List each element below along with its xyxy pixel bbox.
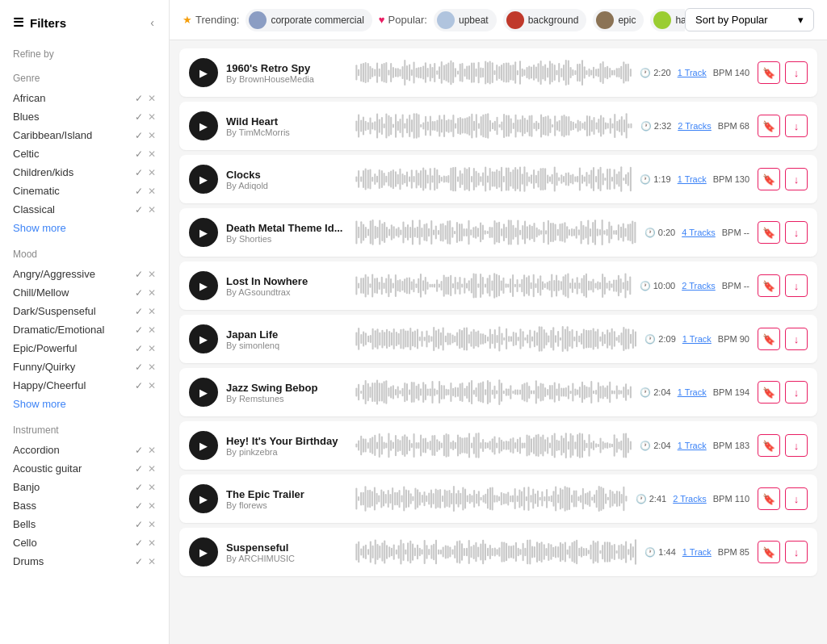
filter-happy[interactable]: Happy/Cheerful ✓ ✕: [0, 376, 169, 395]
waveform[interactable]: [355, 429, 632, 462]
play-button[interactable]: ▶: [189, 111, 218, 140]
filter-african[interactable]: African ✓ ✕: [0, 89, 169, 107]
genre-show-more[interactable]: Show more: [0, 219, 169, 240]
bookmark-button[interactable]: 🔖: [758, 221, 780, 244]
filter-caribbean[interactable]: Caribbean/Island ✓ ✕: [0, 126, 169, 144]
download-button[interactable]: ↓: [785, 115, 808, 137]
play-button[interactable]: ▶: [189, 378, 218, 407]
download-button[interactable]: ↓: [785, 168, 808, 190]
funny-x-icon[interactable]: ✕: [148, 362, 156, 373]
play-button[interactable]: ▶: [189, 324, 218, 353]
waveform[interactable]: [355, 270, 632, 302]
bookmark-button[interactable]: 🔖: [758, 434, 780, 457]
bookmark-button[interactable]: 🔖: [758, 274, 780, 297]
chill-x-icon[interactable]: ✕: [148, 287, 156, 299]
popular-tag-happy[interactable]: happy: [650, 9, 685, 31]
banjo-x-icon[interactable]: ✕: [148, 482, 156, 493]
filter-children[interactable]: Children/kids ✓ ✕: [0, 163, 169, 182]
download-button[interactable]: ↓: [785, 541, 808, 563]
bookmark-button[interactable]: 🔖: [758, 381, 780, 404]
track-tracks-link[interactable]: 1 Track: [682, 547, 712, 557]
bookmark-button[interactable]: 🔖: [758, 115, 780, 137]
play-button[interactable]: ▶: [189, 271, 218, 300]
bookmark-button[interactable]: 🔖: [758, 541, 780, 563]
collapse-sidebar-button[interactable]: ‹: [149, 15, 156, 31]
popular-tag-epic[interactable]: epic: [593, 9, 644, 31]
celtic-x-icon[interactable]: ✕: [148, 148, 156, 160]
filter-epic[interactable]: Epic/Powerful ✓ ✕: [0, 339, 169, 358]
track-tracks-link[interactable]: 2 Tracks: [673, 494, 707, 504]
play-button[interactable]: ▶: [189, 537, 218, 567]
filter-drums[interactable]: Drums ✓ ✕: [0, 552, 169, 571]
download-button[interactable]: ↓: [785, 328, 808, 350]
acoustic-x-icon[interactable]: ✕: [148, 463, 156, 475]
waveform[interactable]: [355, 110, 632, 142]
bookmark-button[interactable]: 🔖: [758, 168, 780, 190]
filter-banjo[interactable]: Banjo ✓ ✕: [0, 478, 169, 496]
download-button[interactable]: ↓: [785, 381, 808, 404]
track-tracks-link[interactable]: 2 Tracks: [678, 121, 712, 131]
filter-funny[interactable]: Funny/Quirky ✓ ✕: [0, 358, 169, 376]
happy-x-icon[interactable]: ✕: [148, 380, 156, 391]
track-tracks-link[interactable]: 1 Track: [678, 68, 707, 77]
caribbean-x-icon[interactable]: ✕: [148, 130, 156, 141]
filter-dramatic[interactable]: Dramatic/Emotional ✓ ✕: [0, 320, 169, 339]
filter-cinematic[interactable]: Cinematic ✓ ✕: [0, 182, 169, 200]
play-button[interactable]: ▶: [189, 58, 218, 87]
waveform[interactable]: [355, 163, 632, 195]
filter-cello[interactable]: Cello ✓ ✕: [0, 533, 169, 552]
bookmark-button[interactable]: 🔖: [758, 328, 780, 350]
play-button[interactable]: ▶: [189, 431, 218, 460]
popular-tag-background[interactable]: background: [503, 9, 587, 31]
filter-dark[interactable]: Dark/Suspenseful ✓ ✕: [0, 302, 169, 320]
download-button[interactable]: ↓: [785, 434, 808, 457]
download-button[interactable]: ↓: [785, 221, 808, 244]
bookmark-button[interactable]: 🔖: [758, 487, 780, 510]
track-tracks-link[interactable]: 1 Track: [682, 334, 712, 344]
play-button[interactable]: ▶: [189, 484, 218, 513]
cinematic-x-icon[interactable]: ✕: [148, 186, 156, 197]
waveform[interactable]: [355, 536, 636, 568]
dark-x-icon[interactable]: ✕: [148, 306, 156, 317]
blues-x-icon[interactable]: ✕: [148, 111, 156, 123]
filter-celtic[interactable]: Celtic ✓ ✕: [0, 144, 169, 163]
download-button[interactable]: ↓: [785, 487, 808, 510]
filter-blues[interactable]: Blues ✓ ✕: [0, 107, 169, 126]
waveform[interactable]: [355, 56, 632, 89]
epic-x-icon[interactable]: ✕: [148, 343, 156, 354]
filter-angry[interactable]: Angry/Aggressive ✓ ✕: [0, 265, 169, 283]
track-tracks-link[interactable]: 1 Track: [678, 174, 707, 184]
filter-bells[interactable]: Bells ✓ ✕: [0, 515, 169, 533]
filter-accordion[interactable]: Accordion ✓ ✕: [0, 441, 169, 459]
filter-bass[interactable]: Bass ✓ ✕: [0, 496, 169, 515]
waveform[interactable]: [355, 216, 636, 249]
filter-chill[interactable]: Chill/Mellow ✓ ✕: [0, 283, 169, 302]
filter-classical[interactable]: Classical ✓ ✕: [0, 200, 169, 219]
angry-x-icon[interactable]: ✕: [148, 269, 156, 280]
bells-x-icon[interactable]: ✕: [148, 519, 156, 530]
classical-x-icon[interactable]: ✕: [148, 204, 156, 215]
play-button[interactable]: ▶: [189, 218, 218, 247]
waveform[interactable]: [355, 323, 636, 355]
track-tracks-link[interactable]: 2 Tracks: [682, 281, 716, 291]
download-button[interactable]: ↓: [785, 274, 808, 297]
bass-x-icon[interactable]: ✕: [148, 500, 156, 512]
accordion-x-icon[interactable]: ✕: [148, 445, 156, 456]
drums-x-icon[interactable]: ✕: [148, 556, 156, 567]
track-tracks-link[interactable]: 1 Track: [678, 441, 707, 450]
sort-dropdown[interactable]: Sort by Popular ▾: [685, 8, 814, 31]
popular-tag-upbeat[interactable]: upbeat: [434, 9, 497, 31]
track-tracks-link[interactable]: 1 Track: [678, 387, 707, 397]
bookmark-button[interactable]: 🔖: [758, 61, 780, 84]
african-x-icon[interactable]: ✕: [148, 93, 156, 104]
play-button[interactable]: ▶: [189, 165, 218, 194]
download-button[interactable]: ↓: [785, 61, 808, 84]
track-tracks-link[interactable]: 4 Tracks: [682, 228, 716, 237]
waveform[interactable]: [355, 483, 628, 515]
children-x-icon[interactable]: ✕: [148, 167, 156, 178]
mood-show-more[interactable]: Show more: [0, 395, 169, 416]
trending-tag-corporate[interactable]: corporate commercial: [246, 9, 372, 31]
cello-x-icon[interactable]: ✕: [148, 537, 156, 549]
waveform[interactable]: [355, 376, 632, 408]
dramatic-x-icon[interactable]: ✕: [148, 324, 156, 336]
